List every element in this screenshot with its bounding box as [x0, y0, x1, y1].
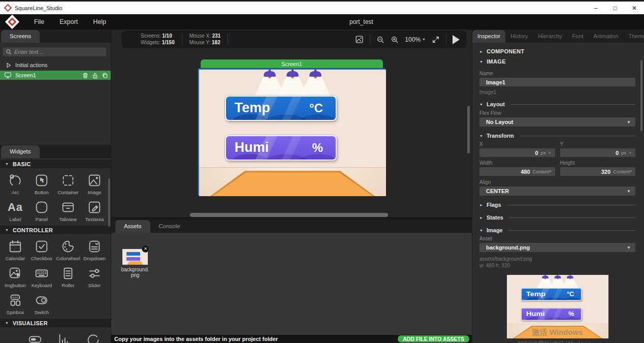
tab-font[interactable]: Font [567, 30, 589, 43]
height-label: Height [560, 160, 636, 166]
asset-dimensions: w: 480 h: 320 [479, 263, 635, 268]
tab-console[interactable]: Console [150, 220, 189, 233]
widget-item-roller[interactable]: Roller [55, 263, 81, 290]
humi-panel[interactable]: Humi % [225, 135, 337, 161]
asset-dropdown[interactable]: background.png▼ [479, 243, 635, 252]
temp-panel[interactable]: Temp °C [225, 96, 337, 121]
name-label: Name [479, 71, 635, 76]
assets-panel: Assets Console ✕ background.png Copy you… [111, 217, 472, 343]
menu-help[interactable]: Help [85, 14, 114, 29]
flags-section-header[interactable]: ►Flags [479, 201, 635, 208]
window-title: SquareLine_Studio [15, 5, 62, 11]
widget-item-container[interactable]: Container [55, 170, 81, 197]
widget-item-calendar[interactable]: Calendar [2, 236, 28, 263]
monitor-icon [4, 72, 12, 79]
section-controller[interactable]: ▼CONTROLLER [0, 226, 111, 234]
add-file-into-assets-button[interactable]: ADD FILE INTO ASSETS [398, 335, 469, 342]
section-basic[interactable]: ▼BASIC [0, 160, 111, 168]
align-dropdown[interactable]: CENTER▼ [479, 186, 635, 196]
panel-widget-icon [34, 199, 49, 216]
play-button[interactable] [453, 35, 460, 44]
canvas-vertical-scrollbar[interactable] [467, 106, 470, 153]
colorwheel-widget-icon [60, 238, 76, 255]
width-input[interactable]: 480Content* [479, 167, 555, 176]
tab-animation[interactable]: Animation [589, 30, 624, 43]
widget-item-imgbutton[interactable]: Imgbutton [2, 263, 28, 290]
widget-item-tabview[interactable]: Tabview [55, 197, 81, 224]
x-input[interactable]: 0px▼ [479, 148, 555, 157]
screen1-item[interactable]: Screen1 [0, 71, 111, 80]
assets-instruction-bar: Copy your images into the assets folder … [111, 335, 472, 343]
widget-item-checkbox[interactable]: Checkbox [28, 236, 55, 263]
zoom-out-icon[interactable] [376, 36, 384, 44]
states-section-header[interactable]: ►States [479, 214, 635, 221]
tab-themes[interactable]: Themes [624, 30, 644, 43]
widget-item-switch[interactable]: Switch [28, 290, 55, 317]
delete-screen-icon[interactable] [82, 72, 88, 79]
imgbutton-widget-icon [8, 265, 23, 282]
asset-background-png[interactable]: ✕ background.png [120, 249, 150, 278]
slider-widget-icon [87, 265, 102, 282]
layout-section-header[interactable]: ▼Layout [479, 101, 635, 108]
play-outline-icon [5, 62, 12, 69]
duplicate-icon[interactable] [102, 72, 108, 79]
y-input[interactable]: 0px▼ [560, 148, 636, 157]
name-input[interactable]: Image1 [479, 78, 635, 86]
widget-item-keyboard[interactable]: Keyboard [28, 263, 55, 290]
image-sub-section-header[interactable]: ▼Image [479, 227, 635, 234]
zoom-in-icon[interactable] [391, 36, 399, 44]
keyboard-widget-icon [34, 265, 49, 282]
widget-item-textarea[interactable]: Textarea [81, 197, 108, 224]
height-input[interactable]: 320Content* [560, 167, 636, 176]
screens-search[interactable] [3, 47, 106, 56]
screen1-canvas[interactable]: Temp °C Humi % [198, 69, 385, 195]
section-visualiser[interactable]: ▼VISUALISER [0, 319, 111, 327]
tab-hierarchy[interactable]: Hierarchy [533, 30, 567, 43]
remove-asset-icon[interactable]: ✕ [142, 245, 149, 252]
initial-actions-item[interactable]: Initial actions [0, 60, 111, 70]
asset-preview: Temp°C Humi% 激活 Windows [507, 275, 608, 338]
search-input[interactable] [14, 49, 90, 55]
widget-item-dropdown[interactable]: Dropdown [81, 236, 108, 263]
widget-item-colorwheel[interactable]: Colorwheel [55, 236, 81, 263]
screen1-canvas-tab[interactable]: Screen1 [201, 59, 383, 69]
maximize-button[interactable]: □ [605, 2, 625, 14]
tab-assets[interactable]: Assets [115, 220, 150, 233]
windows-watermark-line1: 激活 Windows [507, 328, 608, 337]
spinbox-widget-icon [8, 292, 23, 309]
widget-item-varc[interactable] [79, 329, 108, 343]
tab-inspector[interactable]: Inspector [472, 30, 505, 43]
background-image-icon[interactable] [355, 35, 364, 44]
widget-item-spinbox[interactable]: Spinbox [2, 290, 28, 317]
unlock-icon[interactable] [92, 72, 98, 79]
widget-item-slider[interactable]: Slider [81, 263, 108, 290]
tab-screens[interactable]: Screens [1, 30, 40, 43]
flex-flow-dropdown[interactable]: No Layout▼ [479, 117, 635, 127]
widget-item-label[interactable]: AaLabel [2, 197, 28, 224]
component-section-header[interactable]: ►COMPONENT [479, 47, 635, 56]
calendar-widget-icon [8, 238, 23, 255]
widget-item-panel[interactable]: Panel [28, 197, 55, 224]
widgets-scrollbar[interactable] [108, 178, 110, 227]
widget-item-arc[interactable]: Arc [2, 170, 28, 197]
tab-widgets[interactable]: Widgets [1, 145, 40, 158]
close-button[interactable]: ✕ [625, 2, 644, 14]
menu-export[interactable]: Export [52, 14, 85, 29]
widget-item-image[interactable]: Image [81, 170, 108, 197]
tab-history[interactable]: History [505, 30, 533, 43]
image-section-header[interactable]: ▼IMAGE [479, 57, 635, 66]
zoom-level-dropdown[interactable]: 100%▼ [405, 36, 426, 43]
transform-section-header[interactable]: ▼Transform [479, 132, 635, 139]
basic-widget-grid: ArcButtonContainerImageAaLabelPanelTabvi… [0, 168, 111, 224]
widget-item-button[interactable]: Button [28, 170, 55, 197]
canvas-horizontal-scrollbar[interactable] [190, 213, 388, 217]
menu-file[interactable]: File [26, 14, 52, 29]
menu-bar: File Export Help port_test [0, 14, 644, 29]
minimize-button[interactable]: – [586, 2, 605, 14]
widgets-tabstrip: Widgets [0, 145, 111, 158]
widget-item-vchart[interactable] [49, 329, 78, 343]
align-label: Align [479, 179, 635, 185]
widget-item-vbar[interactable] [20, 329, 49, 343]
inspector-scrollbar[interactable] [640, 60, 642, 131]
fit-screen-icon[interactable] [432, 36, 440, 44]
